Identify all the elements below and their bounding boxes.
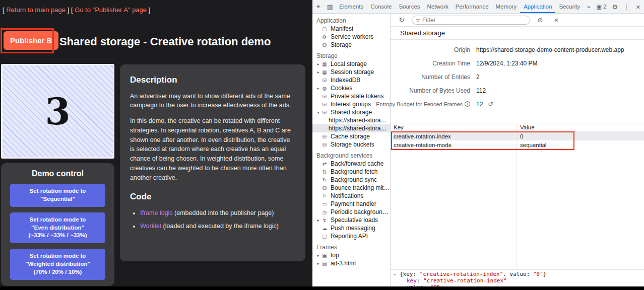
tab-performance[interactable]: Performance [452,0,492,13]
expander-icon[interactable] [315,253,321,258]
database-icon [321,110,328,115]
page-title: Shared storage - Creative rotation demo [59,35,271,48]
filter-icon [416,17,420,24]
filter-box[interactable] [412,16,530,25]
loads-icon [321,218,328,223]
set-weighted-distribution-button[interactable]: Set rotation mode to "Weighted distribut… [10,249,105,280]
return-main-page-link[interactable]: Return to main page [6,6,66,14]
inspect-icon[interactable] [312,0,324,13]
more-tabs-icon[interactable]: » [584,0,594,13]
sidebar-item-session-storage[interactable]: Session storage [312,68,390,76]
tab-network[interactable]: Network [424,0,452,13]
clear-all-icon[interactable] [534,16,546,24]
sidebar-item-indexeddb[interactable]: IndexedDB [312,76,390,84]
column-header-value[interactable]: Value [517,124,644,130]
sidebar-item-label: Push messaging [331,225,375,232]
sidebar-item-push-messaging[interactable]: Push messaging [312,224,390,232]
storage-toolbar [391,14,644,27]
column-header-key[interactable]: Key [391,123,517,131]
sidebar-item-local-storage[interactable]: Local storage [312,60,390,68]
tab-console[interactable]: Console [367,0,395,13]
sidebar-item-label: top [331,252,339,259]
tab-sources[interactable]: Sources [395,0,423,13]
sync-icon [321,177,328,183]
expander-icon[interactable] [394,271,400,278]
ad-creative-frame[interactable]: 3 [1,64,114,159]
sidebar-item-cookies[interactable]: Cookies [312,84,390,92]
sidebar-item-back-forward-cache[interactable]: Back/forward cache [312,160,390,168]
sidebar-item-periodic-background-sync[interactable]: Periodic background s… [312,208,390,216]
sidebar-item-bounce-tracking-mitigations[interactable]: Bounce tracking mitiga… [312,184,390,192]
tab-elements[interactable]: Elements [336,0,367,13]
expander-icon[interactable] [315,70,321,75]
field-value: 112 [476,87,486,94]
sidebar-item-label: Local storage [331,60,367,67]
description-paragraph: An advertiser may want to show different… [130,92,295,111]
sidebar-item-cache-storage[interactable]: Cache storage [312,132,390,140]
code-item-text: (embedded into the publisher page) [173,209,274,216]
close-devtools-icon[interactable] [632,0,644,13]
sidebar-item-background-sync[interactable]: Background sync [312,176,390,184]
tab-application[interactable]: Application [520,0,555,13]
expander-icon[interactable] [315,261,321,266]
expander-icon[interactable] [315,62,321,66]
sidebar-item-label: Back/forward cache [331,160,383,167]
sidebar-item-label: Payment handler [331,200,376,207]
bracket: ] [147,6,150,14]
metadata-fields: Origin https://shared-storage-demo-conte… [391,40,644,123]
sidebar-item-label: Periodic background s… [331,208,390,215]
iframe-logic-link[interactable]: Iframe logic [140,209,173,216]
sidebar-item-shared-storage-origin-1[interactable]: https://shared-storage-d… [312,116,390,124]
sidebar-item-speculative-loads[interactable]: Speculative loads [312,216,390,224]
sidebar-item-shared-storage-origin-2[interactable]: https://shared-storage-d… [312,124,390,132]
expander-icon[interactable] [315,110,321,115]
info-icon[interactable] [465,101,470,107]
sidebar-item-label: https://shared-storage-d… [329,117,390,124]
preview-child: key: "creative-rotation-index" [407,277,641,284]
sidebar-item-label: Background sync [331,176,377,183]
delete-selected-icon[interactable] [550,16,562,24]
tab-security[interactable]: Security [555,0,584,13]
reset-budget-icon[interactable] [488,101,493,108]
sidebar-item-reporting-api[interactable]: Reporting API [312,232,390,240]
expander-icon[interactable] [315,86,321,91]
worklet-link[interactable]: Worklet [140,223,161,230]
field-label: Number of Entries [421,74,470,81]
sidebar-item-private-state-tokens[interactable]: Private state tokens [312,92,390,100]
database-icon [321,78,328,83]
sidebar-section: Storage Local storage Session storage In… [312,52,390,149]
sidebar-item-label: Storage [331,41,352,48]
console-messages-badge[interactable]: 2 [594,0,609,13]
tab-memory[interactable]: Memory [492,0,521,13]
expander-icon[interactable] [315,218,321,223]
set-even-distribution-button[interactable]: Set rotation mode to "Even distribution"… [10,212,105,244]
sidebar-item-background-fetch[interactable]: Background fetch [312,168,390,176]
settings-icon[interactable] [609,0,621,13]
set-sequential-button[interactable]: Set rotation mode to "Sequential" [10,184,105,207]
bottom-black-bar [0,286,644,290]
sidebar-item-storage[interactable]: Storage [312,41,390,49]
button-line: "Sequential" [13,195,102,203]
field-label: Entropy Budget for Fenced Frames [376,101,463,107]
refresh-icon[interactable] [396,16,408,24]
page-icon [321,261,328,266]
sidebar-item-payment-handler[interactable]: Payment handler [312,200,390,208]
document-icon [321,26,328,32]
filter-input[interactable] [422,17,526,24]
creative-number: 3 [45,90,70,133]
sidebar-item-manifest[interactable]: Manifest [312,25,390,33]
menu-kebab-icon[interactable] [621,0,632,13]
publisher-a-page-link[interactable]: Go to "Publisher A" page [75,6,147,14]
sidebar-item-shared-storage[interactable]: Shared storage [312,108,390,116]
sidebar-item-storage-buckets[interactable]: Storage buckets [312,140,390,149]
button-line: Set rotation mode to [13,216,102,224]
button-line: "Even distribution" [13,224,102,232]
sidebar-item-frame-ad-3[interactable]: ad-3.html [312,259,390,267]
sidebar-item-service-workers[interactable]: Service workers [312,33,390,41]
sidebar-item-frame-top[interactable]: top [312,251,390,259]
shared-storage-grid: Key Value creative-rotation-index 0 crea… [391,123,644,269]
field-row-number-of-entries: Number of Entries 2 [391,70,644,84]
sidebar-item-notifications[interactable]: Notifications [312,192,390,200]
device-toolbar-icon[interactable] [324,0,336,13]
description-paragraph: In this demo, the creative can be rotate… [130,116,295,182]
